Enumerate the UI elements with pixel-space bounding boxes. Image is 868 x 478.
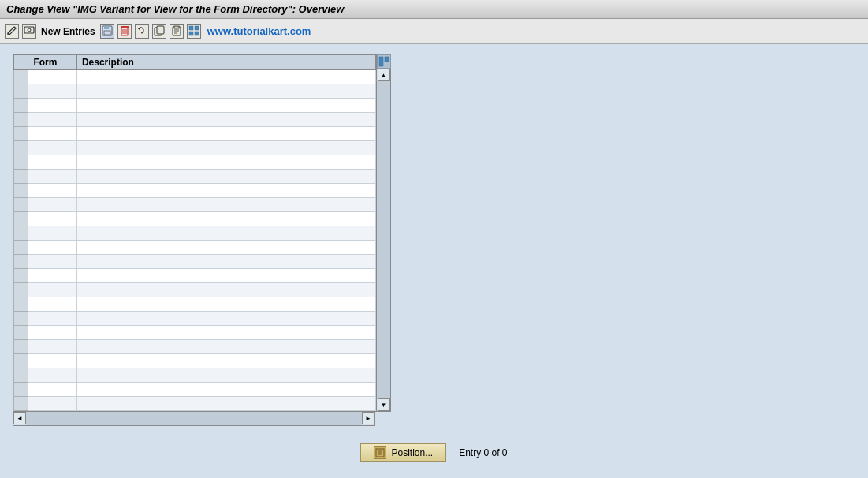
table-row[interactable]	[14, 397, 376, 411]
table-row[interactable]	[14, 113, 376, 127]
edit-icon[interactable]	[5, 24, 19, 39]
table-cell-description	[76, 241, 375, 255]
new-entries-button[interactable]: New Entries	[39, 26, 97, 37]
table-cell-form	[28, 312, 76, 326]
table-cell-form	[28, 241, 76, 255]
table-row[interactable]	[14, 354, 376, 368]
table-cell-form	[28, 297, 76, 312]
svg-rect-14	[174, 26, 179, 28]
table-cell-description	[76, 326, 375, 340]
title-bar: Change View "IMG Variant for View for th…	[0, 0, 868, 19]
horizontal-scrollbar[interactable]: ◄ ►	[13, 412, 375, 426]
table-cell-description	[76, 297, 375, 312]
copy-icon[interactable]	[152, 24, 166, 39]
horizontal-scroll-track[interactable]	[26, 412, 362, 425]
table-cell-form	[28, 127, 76, 141]
table-cell-description	[76, 198, 375, 212]
svg-rect-0	[24, 27, 34, 33]
table-cell-form	[28, 269, 76, 283]
table-row[interactable]	[14, 84, 376, 99]
table-cell-description	[76, 397, 375, 411]
table-cell-form	[28, 155, 76, 170]
svg-rect-19	[195, 26, 199, 30]
table-cell-description	[76, 368, 375, 383]
main-content: Form Description	[0, 44, 868, 435]
svg-rect-4	[104, 31, 110, 35]
table-cell-form	[28, 212, 76, 226]
scroll-up-button[interactable]: ▲	[378, 69, 390, 81]
table-cell-description	[76, 354, 375, 368]
watermark-text: www.tutorialkart.com	[207, 25, 311, 37]
scroll-down-button[interactable]: ▼	[378, 398, 390, 411]
svg-rect-20	[189, 32, 193, 35]
svg-rect-12	[157, 26, 164, 34]
title-text: Change View "IMG Variant for View for th…	[6, 3, 344, 15]
table-row[interactable]	[14, 312, 376, 326]
table-row[interactable]	[14, 283, 376, 297]
table-row[interactable]	[14, 297, 376, 312]
position-button[interactable]: Position...	[360, 443, 446, 462]
table-row[interactable]	[14, 226, 376, 241]
table-cell-description	[76, 155, 375, 170]
table-row[interactable]	[14, 255, 376, 269]
table-cell-form	[28, 84, 76, 99]
table-row[interactable]	[14, 170, 376, 184]
table-cell-form	[28, 383, 76, 397]
table-cell-description	[76, 184, 375, 198]
table-cell-description	[76, 255, 375, 269]
position-button-label: Position...	[391, 447, 433, 458]
data-table: Form Description	[13, 54, 377, 412]
table-cell-form	[28, 170, 76, 184]
table-cell-form	[28, 184, 76, 198]
svg-rect-22	[379, 57, 383, 66]
table-row[interactable]	[14, 269, 376, 283]
table-row[interactable]	[14, 184, 376, 198]
table-cell-form	[28, 283, 76, 297]
table-cell-description	[76, 283, 375, 297]
table-cell-description	[76, 113, 375, 127]
svg-point-1	[28, 28, 31, 32]
table-row[interactable]	[14, 241, 376, 255]
table-cell-description	[76, 340, 375, 354]
table-row[interactable]	[14, 326, 376, 340]
column-resize-icon[interactable]	[377, 54, 391, 69]
table-cell-form	[28, 255, 76, 269]
table-cell-form	[28, 99, 76, 113]
vertical-scrollbar[interactable]: ▲ ▼	[377, 54, 391, 412]
scroll-right-button[interactable]: ►	[362, 412, 374, 424]
table-row[interactable]	[14, 127, 376, 141]
table-row[interactable]	[14, 155, 376, 170]
svg-rect-23	[385, 57, 389, 62]
scroll-track[interactable]	[377, 81, 390, 398]
table-row[interactable]	[14, 70, 376, 84]
table-cell-description	[76, 141, 375, 155]
table-cell-form	[28, 113, 76, 127]
undo-icon[interactable]	[135, 24, 149, 39]
svg-rect-18	[189, 26, 193, 30]
paste-icon[interactable]	[170, 24, 184, 39]
table-row[interactable]	[14, 340, 376, 354]
table-cell-description	[76, 312, 375, 326]
save-icon[interactable]	[100, 24, 114, 39]
table-cell-form	[28, 354, 76, 368]
config-icon[interactable]	[187, 24, 201, 39]
table-cell-description	[76, 99, 375, 113]
table-row[interactable]	[14, 212, 376, 226]
table-cell-description	[76, 84, 375, 99]
table-row[interactable]	[14, 99, 376, 113]
table-row[interactable]	[14, 383, 376, 397]
table-cell-form	[28, 70, 76, 84]
table-row[interactable]	[14, 198, 376, 212]
table-cell-description	[76, 212, 375, 226]
entry-info-text: Entry 0 of 0	[459, 447, 507, 458]
delete-icon[interactable]	[117, 24, 132, 39]
table-cell-form	[28, 198, 76, 212]
table-row[interactable]	[14, 141, 376, 155]
table-row[interactable]	[14, 368, 376, 383]
table-cell-description	[76, 170, 375, 184]
table-cell-form	[28, 326, 76, 340]
scroll-left-button[interactable]: ◄	[13, 412, 26, 424]
table-cell-description	[76, 226, 375, 241]
display-icon[interactable]	[22, 24, 36, 39]
bottom-bar: Position... Entry 0 of 0	[0, 443, 868, 462]
